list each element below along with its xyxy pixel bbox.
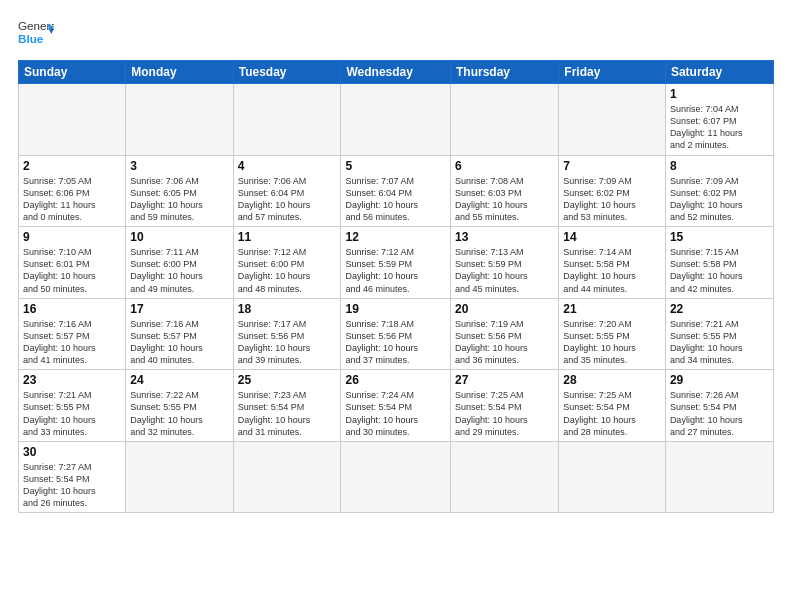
day-number: 6 <box>455 159 554 173</box>
day-info: Sunrise: 7:20 AM Sunset: 5:55 PM Dayligh… <box>563 318 661 367</box>
day-number: 4 <box>238 159 337 173</box>
calendar-day-cell <box>559 84 666 156</box>
calendar-week-row: 2Sunrise: 7:05 AM Sunset: 6:06 PM Daylig… <box>19 155 774 227</box>
logo: General Blue <box>18 16 58 52</box>
day-info: Sunrise: 7:22 AM Sunset: 5:55 PM Dayligh… <box>130 389 228 438</box>
weekday-header-friday: Friday <box>559 61 666 84</box>
day-number: 5 <box>345 159 446 173</box>
day-number: 12 <box>345 230 446 244</box>
day-number: 22 <box>670 302 769 316</box>
day-info: Sunrise: 7:25 AM Sunset: 5:54 PM Dayligh… <box>455 389 554 438</box>
day-number: 25 <box>238 373 337 387</box>
calendar-week-row: 30Sunrise: 7:27 AM Sunset: 5:54 PM Dayli… <box>19 441 774 513</box>
day-info: Sunrise: 7:15 AM Sunset: 5:58 PM Dayligh… <box>670 246 769 295</box>
svg-text:Blue: Blue <box>18 32 44 45</box>
day-info: Sunrise: 7:18 AM Sunset: 5:56 PM Dayligh… <box>345 318 446 367</box>
calendar-table: SundayMondayTuesdayWednesdayThursdayFrid… <box>18 60 774 513</box>
day-number: 17 <box>130 302 228 316</box>
generalblue-logo-icon: General Blue <box>18 16 54 52</box>
calendar-day-cell <box>341 441 451 513</box>
day-info: Sunrise: 7:21 AM Sunset: 5:55 PM Dayligh… <box>23 389 121 438</box>
day-info: Sunrise: 7:21 AM Sunset: 5:55 PM Dayligh… <box>670 318 769 367</box>
day-number: 18 <box>238 302 337 316</box>
calendar-day-cell: 18Sunrise: 7:17 AM Sunset: 5:56 PM Dayli… <box>233 298 341 370</box>
day-number: 14 <box>563 230 661 244</box>
day-number: 1 <box>670 87 769 101</box>
day-info: Sunrise: 7:13 AM Sunset: 5:59 PM Dayligh… <box>455 246 554 295</box>
day-info: Sunrise: 7:12 AM Sunset: 6:00 PM Dayligh… <box>238 246 337 295</box>
day-info: Sunrise: 7:04 AM Sunset: 6:07 PM Dayligh… <box>670 103 769 152</box>
day-number: 23 <box>23 373 121 387</box>
weekday-header-thursday: Thursday <box>451 61 559 84</box>
day-number: 2 <box>23 159 121 173</box>
calendar-day-cell: 30Sunrise: 7:27 AM Sunset: 5:54 PM Dayli… <box>19 441 126 513</box>
day-info: Sunrise: 7:16 AM Sunset: 5:57 PM Dayligh… <box>23 318 121 367</box>
day-info: Sunrise: 7:27 AM Sunset: 5:54 PM Dayligh… <box>23 461 121 510</box>
calendar-day-cell <box>233 441 341 513</box>
calendar-day-cell: 13Sunrise: 7:13 AM Sunset: 5:59 PM Dayli… <box>451 227 559 299</box>
day-number: 13 <box>455 230 554 244</box>
day-info: Sunrise: 7:25 AM Sunset: 5:54 PM Dayligh… <box>563 389 661 438</box>
day-info: Sunrise: 7:14 AM Sunset: 5:58 PM Dayligh… <box>563 246 661 295</box>
calendar-day-cell: 1Sunrise: 7:04 AM Sunset: 6:07 PM Daylig… <box>665 84 773 156</box>
calendar-day-cell: 20Sunrise: 7:19 AM Sunset: 5:56 PM Dayli… <box>451 298 559 370</box>
day-info: Sunrise: 7:10 AM Sunset: 6:01 PM Dayligh… <box>23 246 121 295</box>
calendar-day-cell: 9Sunrise: 7:10 AM Sunset: 6:01 PM Daylig… <box>19 227 126 299</box>
calendar-day-cell: 16Sunrise: 7:16 AM Sunset: 5:57 PM Dayli… <box>19 298 126 370</box>
day-info: Sunrise: 7:09 AM Sunset: 6:02 PM Dayligh… <box>670 175 769 224</box>
calendar-day-cell: 26Sunrise: 7:24 AM Sunset: 5:54 PM Dayli… <box>341 370 451 442</box>
calendar-week-row: 9Sunrise: 7:10 AM Sunset: 6:01 PM Daylig… <box>19 227 774 299</box>
header: General Blue <box>18 16 774 52</box>
weekday-header-tuesday: Tuesday <box>233 61 341 84</box>
day-number: 20 <box>455 302 554 316</box>
day-info: Sunrise: 7:06 AM Sunset: 6:05 PM Dayligh… <box>130 175 228 224</box>
calendar-week-row: 23Sunrise: 7:21 AM Sunset: 5:55 PM Dayli… <box>19 370 774 442</box>
day-info: Sunrise: 7:19 AM Sunset: 5:56 PM Dayligh… <box>455 318 554 367</box>
calendar-day-cell: 22Sunrise: 7:21 AM Sunset: 5:55 PM Dayli… <box>665 298 773 370</box>
calendar-day-cell: 7Sunrise: 7:09 AM Sunset: 6:02 PM Daylig… <box>559 155 666 227</box>
day-number: 19 <box>345 302 446 316</box>
calendar-day-cell: 6Sunrise: 7:08 AM Sunset: 6:03 PM Daylig… <box>451 155 559 227</box>
calendar-day-cell: 8Sunrise: 7:09 AM Sunset: 6:02 PM Daylig… <box>665 155 773 227</box>
calendar-day-cell: 14Sunrise: 7:14 AM Sunset: 5:58 PM Dayli… <box>559 227 666 299</box>
calendar-day-cell: 10Sunrise: 7:11 AM Sunset: 6:00 PM Dayli… <box>126 227 233 299</box>
day-number: 29 <box>670 373 769 387</box>
calendar-day-cell <box>233 84 341 156</box>
calendar-day-cell: 17Sunrise: 7:16 AM Sunset: 5:57 PM Dayli… <box>126 298 233 370</box>
calendar-header-row: SundayMondayTuesdayWednesdayThursdayFrid… <box>19 61 774 84</box>
calendar-day-cell: 15Sunrise: 7:15 AM Sunset: 5:58 PM Dayli… <box>665 227 773 299</box>
calendar-day-cell: 3Sunrise: 7:06 AM Sunset: 6:05 PM Daylig… <box>126 155 233 227</box>
calendar-day-cell: 21Sunrise: 7:20 AM Sunset: 5:55 PM Dayli… <box>559 298 666 370</box>
day-info: Sunrise: 7:07 AM Sunset: 6:04 PM Dayligh… <box>345 175 446 224</box>
calendar-day-cell: 11Sunrise: 7:12 AM Sunset: 6:00 PM Dayli… <box>233 227 341 299</box>
day-info: Sunrise: 7:06 AM Sunset: 6:04 PM Dayligh… <box>238 175 337 224</box>
day-number: 3 <box>130 159 228 173</box>
day-number: 28 <box>563 373 661 387</box>
calendar-day-cell <box>126 441 233 513</box>
calendar-day-cell: 29Sunrise: 7:26 AM Sunset: 5:54 PM Dayli… <box>665 370 773 442</box>
day-info: Sunrise: 7:26 AM Sunset: 5:54 PM Dayligh… <box>670 389 769 438</box>
day-number: 21 <box>563 302 661 316</box>
weekday-header-sunday: Sunday <box>19 61 126 84</box>
calendar-day-cell: 12Sunrise: 7:12 AM Sunset: 5:59 PM Dayli… <box>341 227 451 299</box>
calendar-day-cell <box>665 441 773 513</box>
day-number: 16 <box>23 302 121 316</box>
calendar-day-cell <box>559 441 666 513</box>
calendar-day-cell <box>451 84 559 156</box>
calendar-day-cell: 23Sunrise: 7:21 AM Sunset: 5:55 PM Dayli… <box>19 370 126 442</box>
day-info: Sunrise: 7:11 AM Sunset: 6:00 PM Dayligh… <box>130 246 228 295</box>
weekday-header-wednesday: Wednesday <box>341 61 451 84</box>
day-info: Sunrise: 7:05 AM Sunset: 6:06 PM Dayligh… <box>23 175 121 224</box>
day-number: 8 <box>670 159 769 173</box>
page: General Blue SundayMondayTuesdayWednesda… <box>0 0 792 612</box>
calendar-day-cell: 27Sunrise: 7:25 AM Sunset: 5:54 PM Dayli… <box>451 370 559 442</box>
calendar-day-cell: 19Sunrise: 7:18 AM Sunset: 5:56 PM Dayli… <box>341 298 451 370</box>
day-info: Sunrise: 7:17 AM Sunset: 5:56 PM Dayligh… <box>238 318 337 367</box>
day-number: 26 <box>345 373 446 387</box>
calendar-day-cell: 5Sunrise: 7:07 AM Sunset: 6:04 PM Daylig… <box>341 155 451 227</box>
calendar-day-cell <box>341 84 451 156</box>
calendar-day-cell: 2Sunrise: 7:05 AM Sunset: 6:06 PM Daylig… <box>19 155 126 227</box>
calendar-day-cell <box>451 441 559 513</box>
day-number: 30 <box>23 445 121 459</box>
day-number: 11 <box>238 230 337 244</box>
